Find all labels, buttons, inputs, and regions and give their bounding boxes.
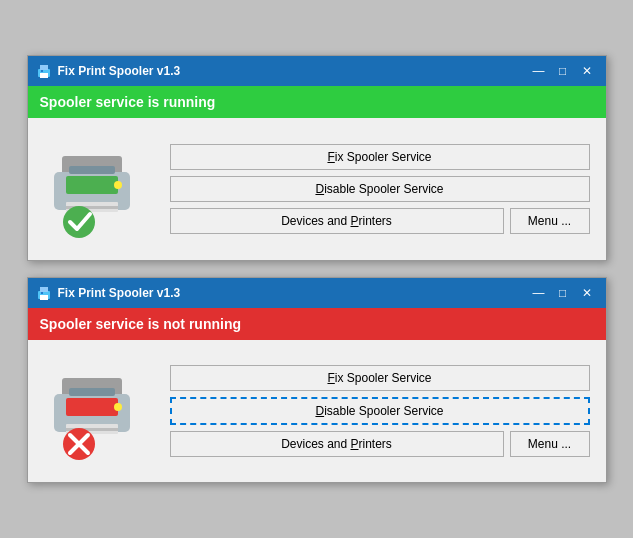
fix-spooler-btn-not-running[interactable]: Fix Spooler Service bbox=[170, 365, 590, 391]
svg-point-22 bbox=[114, 403, 122, 411]
status-text-running: Spooler service is running bbox=[40, 94, 216, 110]
svg-rect-2 bbox=[40, 73, 48, 78]
svg-rect-15 bbox=[41, 292, 43, 294]
svg-rect-13 bbox=[40, 287, 48, 292]
minimize-btn-not-running[interactable]: — bbox=[528, 284, 550, 302]
title-text-not-running: Fix Print Spooler v1.3 bbox=[58, 286, 522, 300]
titlebar-printer-icon bbox=[36, 63, 52, 79]
fix-spooler-btn-running[interactable]: Fix Spooler Service bbox=[170, 144, 590, 170]
svg-rect-6 bbox=[69, 166, 115, 174]
close-btn-running[interactable]: ✕ bbox=[576, 62, 598, 80]
title-controls-not-running: — □ ✕ bbox=[528, 284, 598, 302]
title-text-running: Fix Print Spooler v1.3 bbox=[58, 64, 522, 78]
bottom-row-not-running: Devices and Printers Menu ... bbox=[170, 431, 590, 457]
printer-icon-running bbox=[44, 134, 154, 244]
disable-spooler-btn-not-running[interactable]: Disable Spooler Service bbox=[170, 397, 590, 425]
title-bar-running: Fix Print Spooler v1.3 — □ ✕ bbox=[28, 56, 606, 86]
close-btn-not-running[interactable]: ✕ bbox=[576, 284, 598, 302]
menu-btn-running[interactable]: Menu ... bbox=[510, 208, 590, 234]
svg-rect-14 bbox=[40, 295, 48, 300]
bottom-row-running: Devices and Printers Menu ... bbox=[170, 208, 590, 234]
title-bar-not-running: Fix Print Spooler v1.3 — □ ✕ bbox=[28, 278, 606, 308]
devices-printers-btn-running[interactable]: Devices and Printers bbox=[170, 208, 504, 234]
status-bar-running: Spooler service is running bbox=[28, 86, 606, 118]
status-text-not-running: Spooler service is not running bbox=[40, 316, 241, 332]
svg-rect-18 bbox=[69, 388, 115, 396]
maximize-btn-not-running[interactable]: □ bbox=[552, 284, 574, 302]
svg-rect-1 bbox=[40, 65, 48, 70]
svg-point-10 bbox=[114, 181, 122, 189]
svg-point-11 bbox=[63, 206, 95, 238]
window-not-running: Fix Print Spooler v1.3 — □ ✕ Spooler ser… bbox=[27, 277, 607, 483]
menu-btn-not-running[interactable]: Menu ... bbox=[510, 431, 590, 457]
title-controls-running: — □ ✕ bbox=[528, 62, 598, 80]
svg-rect-3 bbox=[41, 70, 43, 72]
disable-spooler-btn-running[interactable]: Disable Spooler Service bbox=[170, 176, 590, 202]
status-bar-not-running: Spooler service is not running bbox=[28, 308, 606, 340]
devices-printers-btn-not-running[interactable]: Devices and Printers bbox=[170, 431, 504, 457]
buttons-panel-not-running: Fix Spooler Service Disable Spooler Serv… bbox=[170, 365, 590, 457]
maximize-btn-running[interactable]: □ bbox=[552, 62, 574, 80]
content-not-running: Fix Spooler Service Disable Spooler Serv… bbox=[28, 340, 606, 482]
window-running: Fix Print Spooler v1.3 — □ ✕ Spooler ser… bbox=[27, 55, 607, 261]
svg-rect-7 bbox=[66, 176, 118, 194]
titlebar-printer-icon-2 bbox=[36, 285, 52, 301]
printer-svg-not-running bbox=[44, 356, 154, 466]
printer-icon-not-running bbox=[44, 356, 154, 466]
printer-svg-running bbox=[44, 134, 154, 244]
content-running: Fix Spooler Service Disable Spooler Serv… bbox=[28, 118, 606, 260]
buttons-panel-running: Fix Spooler Service Disable Spooler Serv… bbox=[170, 144, 590, 234]
svg-rect-19 bbox=[66, 398, 118, 416]
minimize-btn-running[interactable]: — bbox=[528, 62, 550, 80]
